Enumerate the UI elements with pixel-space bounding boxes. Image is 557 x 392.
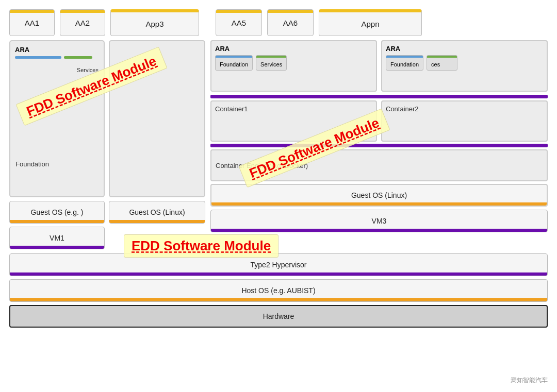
guest-os-left2-label: Guest OS (Linux) xyxy=(129,208,185,216)
app-app3-label: App3 xyxy=(145,20,163,28)
right-ara-row: ARA Foundation Services xyxy=(210,40,548,92)
right-services2-box: ces xyxy=(427,55,457,71)
hardware-bar: Hardware xyxy=(9,305,548,328)
right-foundation-box: Foundation xyxy=(215,55,253,71)
guest-os-left1: Guest OS (e.g. ) xyxy=(9,201,105,224)
vm1-bar-green xyxy=(64,56,92,59)
right-ara2-title: ARA xyxy=(386,45,543,53)
guest-os-left-row: Guest OS (e.g. ) Guest OS (Linux) xyxy=(9,201,205,224)
right-ara-box2: ARA Foundation ces xyxy=(381,40,548,92)
hostos-bar: Host OS (e.g. AUBIST) xyxy=(9,279,548,302)
diagram: AA1 AA2 App3 AA5 AA6 Appn xyxy=(0,0,557,392)
right-purple-bar2 xyxy=(210,144,548,147)
right-foundation2-box: Foundation xyxy=(386,55,423,71)
app-aa5: AA5 xyxy=(216,9,262,36)
guest-os-right-label: Guest OS (Linux) xyxy=(351,191,407,199)
app-aa6-label: AA6 xyxy=(283,19,298,27)
app-aa5-label: AA5 xyxy=(232,19,246,27)
foundation-text: Foundation xyxy=(220,61,248,67)
hardware-label: Hardware xyxy=(263,312,294,320)
guest-os-left2: Guest OS (Linux) xyxy=(109,201,205,224)
right-apps: AA5 AA6 Appn xyxy=(216,9,422,36)
services2-text: ces xyxy=(431,61,453,67)
vm1-label: VM1 xyxy=(9,227,105,249)
foundation2-text: Foundation xyxy=(390,61,419,67)
watermark-text: 焉知智能汽车 xyxy=(511,377,548,384)
app-app3: App3 xyxy=(110,9,199,36)
vm1-foundation-label: Foundation xyxy=(15,160,49,168)
right-services-box: Services xyxy=(256,55,287,71)
left-apps: AA1 AA2 App3 xyxy=(9,9,205,36)
right-section: ARA Foundation Services xyxy=(210,40,548,249)
container1-label: Container1 xyxy=(215,105,248,113)
app-aa2: AA2 xyxy=(60,9,105,36)
hostos-label: Host OS (e.g. AUBIST) xyxy=(241,286,315,295)
right-ara1-title: ARA xyxy=(215,45,372,53)
services-bar xyxy=(256,56,286,58)
container2-label: Container2 xyxy=(386,105,419,113)
guest-os-left1-label: Guest OS (e.g. ) xyxy=(31,208,84,216)
services-text: Services xyxy=(260,61,282,67)
vm1-bar-blue xyxy=(15,56,61,59)
middle-section: ARA Services Foundation xyxy=(9,40,548,249)
foundation-bar xyxy=(216,56,252,58)
hypervisor-bar: Type2 Hypervisor xyxy=(9,253,548,276)
guest-os-right: Guest OS (Linux) xyxy=(210,184,548,207)
vm3-label: VM3 xyxy=(210,210,548,232)
app-appn-label: Appn xyxy=(361,20,379,28)
container2-box: Container2 xyxy=(381,100,548,142)
app-appn: Appn xyxy=(319,9,422,36)
app-aa6: AA6 xyxy=(267,9,314,36)
app-aa2-label: AA2 xyxy=(75,19,90,27)
vm1-ara-label: ARA xyxy=(15,46,99,54)
hypervisor-label: Type2 Hypervisor xyxy=(251,261,307,269)
vm1-text: VM1 xyxy=(50,234,64,242)
app-aa1: AA1 xyxy=(9,9,55,36)
apps-row: AA1 AA2 App3 AA5 AA6 Appn xyxy=(9,9,548,36)
right-ara2-subboxes: Foundation ces xyxy=(386,55,543,71)
vm3-row: VM3 xyxy=(210,210,548,232)
app-aa1-label: AA1 xyxy=(25,19,39,27)
right-purple-bar1 xyxy=(210,95,548,98)
foundation2-bar xyxy=(386,56,423,58)
watermark: 焉知智能汽车 xyxy=(511,376,548,385)
edd-overlay: EDD Software Module xyxy=(124,234,278,258)
vm3-text: VM3 xyxy=(372,217,387,225)
edd-text: EDD Software Module xyxy=(132,238,271,253)
right-ara1-subboxes: Foundation Services xyxy=(215,55,372,71)
right-ara-box1: ARA Foundation Services xyxy=(210,40,377,92)
services2-bar xyxy=(427,56,457,58)
